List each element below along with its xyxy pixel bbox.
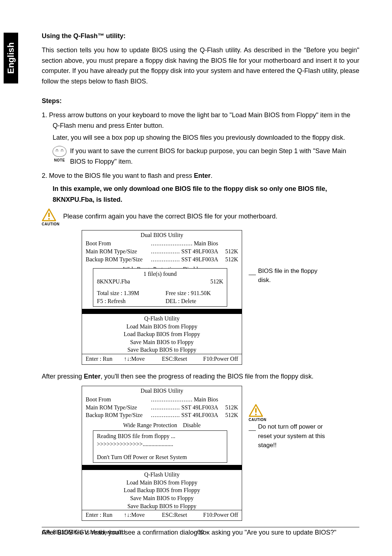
menu-save-backup-2[interactable]: Save Backup BIOS to Floppy xyxy=(82,502,242,510)
caution-callout-1: CAUTION Please confirm again you have th… xyxy=(42,208,359,227)
menu-save-backup[interactable]: Save Backup BIOS to Floppy xyxy=(82,346,242,354)
reading-text: Reading BIOS file from floppy ... xyxy=(97,432,223,440)
section-heading-steps: Steps: xyxy=(42,96,359,106)
caution-icon-2: CAUTION xyxy=(249,404,266,423)
caution-text-1: Please confirm again you have the correc… xyxy=(63,208,359,222)
bios-file-row[interactable]: 8KNXPU.Fba 512K xyxy=(97,278,223,286)
reading-progress: >>>>>>>>>>>>>>..................... xyxy=(97,440,223,448)
menu-load-main[interactable]: Load Main BIOS from Floppy xyxy=(82,323,242,331)
bios-footer-2: Enter : Run ↑↓:Move ESC:Reset F10:Power … xyxy=(82,510,242,520)
footer-page-number: - 60 - xyxy=(193,529,208,536)
menu-load-backup-2[interactable]: Load Backup BIOS from Floppy xyxy=(82,486,242,494)
file-popup-meta: Total size : 1.39M Free size : 911.50K xyxy=(97,289,223,297)
bios-footer: Enter : Run ↑↓:Move ESC:Reset F10:Power … xyxy=(82,354,242,364)
bios-screenshot-1-row: Dual BIOS Utility Boot From Main Bios Ma… xyxy=(82,230,359,365)
side-note-2: Do not turn off power or reset your syst… xyxy=(258,422,331,450)
side-note-1-col: BIOS file in the floppy disk. xyxy=(249,230,331,365)
wide-range-protection-row-2: Wide Range Protection Disable xyxy=(82,421,242,429)
qflash-label: Q-Flash Utility xyxy=(82,315,242,323)
page-content: Using the Q-Flash™ utility: This section… xyxy=(42,31,359,538)
note-icon: NOTE xyxy=(53,146,66,163)
side-note-2-col: CAUTION Do not turn off power or reset y… xyxy=(249,386,331,520)
bios-screenshot-2-row: Dual BIOS Utility Boot From Main Bios Ma… xyxy=(82,386,359,520)
side-note-1: BIOS file in the floppy disk. xyxy=(258,266,331,285)
bios-title: Dual BIOS Utility xyxy=(82,230,242,240)
leader-line-icon-2 xyxy=(249,430,256,431)
section-heading-qflash: Using the Q-Flash™ utility: xyxy=(42,31,359,41)
bios-bar-2 xyxy=(82,465,242,470)
menu-save-main[interactable]: Save Main BIOS to Floppy xyxy=(82,338,242,346)
files-found: 1 file(s) found xyxy=(97,270,223,278)
leader-line-icon xyxy=(249,274,256,275)
file-popup: 1 file(s) found 8KNXPU.Fba 512K Total si… xyxy=(93,268,227,307)
main-rom-row-2: Main ROM Type/Size SST 49LF003A 512K xyxy=(82,404,242,412)
language-label: English xyxy=(6,42,16,74)
menu-save-main-2[interactable]: Save Main BIOS to Floppy xyxy=(82,494,242,502)
dont-turn-off: Don't Turn Off Power or Reset System xyxy=(97,453,223,461)
file-popup-keys: F5 : Refresh DEL : Delete xyxy=(97,297,223,305)
svg-point-5 xyxy=(255,414,257,415)
bios-utility-box-2: Dual BIOS Utility Boot From Main Bios Ma… xyxy=(82,386,242,520)
menu-load-backup[interactable]: Load Backup BIOS from Floppy xyxy=(82,330,242,338)
backup-rom-row-2: Backup ROM Type/Size SST 49LF003A 512K xyxy=(82,411,242,419)
caution-icon: CAUTION xyxy=(42,208,60,227)
boot-from-row-2: Boot From Main Bios xyxy=(82,396,242,404)
note-text: If you want to save the current BIOS for… xyxy=(70,146,359,167)
step-2-emphasis: In this example, we only download one BI… xyxy=(42,183,359,205)
intro-paragraph: This section tells you how to update BIO… xyxy=(42,45,359,87)
bios-bar xyxy=(82,309,242,314)
step-1-line-a: 1. Press arrow buttons on your keyboard … xyxy=(42,110,359,131)
svg-point-2 xyxy=(48,218,50,220)
bios-title-2: Dual BIOS Utility xyxy=(82,386,242,396)
after-enter-paragraph: After pressing Enter, you'll then see th… xyxy=(42,371,359,382)
page-footer: GA-8I915MK-GV Motherboard - 60 - xyxy=(42,527,359,536)
bios-utility-box-1: Dual BIOS Utility Boot From Main Bios Ma… xyxy=(82,230,242,365)
boot-from-row: Boot From Main Bios xyxy=(82,240,242,248)
backup-rom-row: Backup ROM Type/Size SST 49LF003A 512K xyxy=(82,255,242,263)
reading-popup: Reading BIOS file from floppy ... >>>>>>… xyxy=(93,430,227,463)
language-tab: English xyxy=(4,33,18,83)
main-rom-row: Main ROM Type/Size SST 49LF003A 512K xyxy=(82,248,242,255)
menu-load-main-2[interactable]: Load Main BIOS from Floppy xyxy=(82,479,242,487)
step-1-line-b: Later, you will see a box pop up showing… xyxy=(42,132,359,143)
step-2-line-a: 2. Move to the BIOS file you want to fla… xyxy=(42,171,359,181)
manual-page: English Using the Q-Flash™ utility: This… xyxy=(0,0,392,556)
footer-model: GA-8I915MK-GV Motherboard xyxy=(42,529,193,536)
qflash-label-2: Q-Flash Utility xyxy=(82,471,242,479)
note-callout: NOTE If you want to save the current BIO… xyxy=(53,146,359,167)
